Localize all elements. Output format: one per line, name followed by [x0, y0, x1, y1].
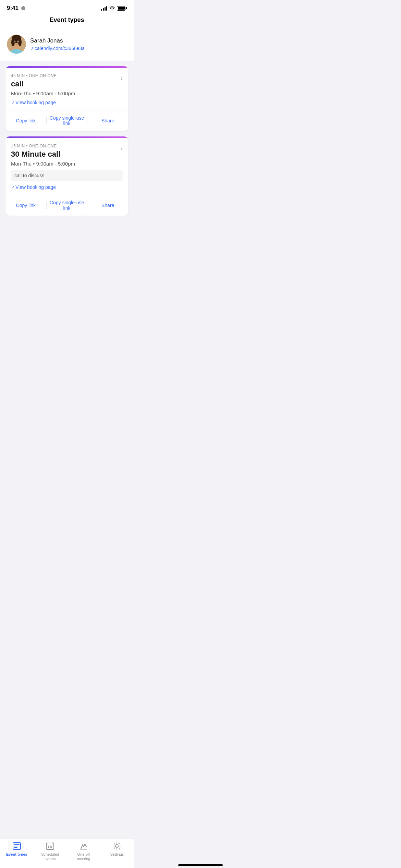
- status-time: 9:41: [7, 5, 19, 12]
- svg-point-10: [18, 41, 19, 42]
- profile-link[interactable]: ↗ calendly.com/c3666e3a: [30, 46, 85, 51]
- page-header: Event types: [0, 13, 134, 29]
- copy-single-use-btn-2[interactable]: Copy single-use link: [47, 195, 87, 216]
- page-title: Event types: [49, 16, 84, 23]
- booking-arrow-icon-2: ↗: [11, 185, 15, 190]
- event-title-row-2[interactable]: 15 MIN • ONE-ON-ONE 30 Minute call Mon-T…: [11, 144, 123, 170]
- event-meta-1: 45 MIN • ONE-ON-ONE: [11, 73, 75, 78]
- event-meta-2: 15 MIN • ONE-ON-ONE: [11, 144, 75, 148]
- svg-point-9: [14, 41, 15, 42]
- status-dot: [21, 6, 25, 10]
- event-description-2: call to discuss: [11, 170, 123, 181]
- link-arrow-icon: ↗: [30, 46, 34, 51]
- event-actions-2: Copy link Copy single-use link Share: [5, 195, 128, 216]
- copy-link-btn-1[interactable]: Copy link: [5, 113, 46, 128]
- view-booking-link-2[interactable]: ↗ View booking page: [11, 184, 123, 190]
- share-btn-2[interactable]: Share: [87, 198, 128, 213]
- event-schedule-1: Mon-Thu • 9:00am - 5:00pm: [11, 91, 75, 96]
- profile-url: calendly.com/c3666e3a: [35, 46, 85, 51]
- booking-arrow-icon-1: ↗: [11, 100, 15, 105]
- event-list: 45 MIN • ONE-ON-ONE call Mon-Thu • 9:00a…: [0, 61, 134, 250]
- profile-name: Sarah Jonas: [30, 37, 85, 44]
- event-card-body-2: 15 MIN • ONE-ON-ONE 30 Minute call Mon-T…: [5, 138, 128, 190]
- status-icons: [101, 6, 127, 11]
- svg-point-4: [11, 38, 15, 46]
- signal-bars-icon: [101, 6, 107, 11]
- event-actions-1: Copy link Copy single-use link Share: [5, 110, 128, 131]
- share-btn-1[interactable]: Share: [87, 113, 128, 128]
- svg-point-5: [18, 38, 22, 46]
- view-booking-link-1[interactable]: ↗ View booking page: [11, 100, 123, 105]
- avatar: [7, 35, 26, 54]
- wifi-icon: [109, 6, 115, 10]
- copy-link-btn-2[interactable]: Copy link: [5, 198, 46, 213]
- avatar-image: [7, 35, 26, 54]
- event-schedule-2: Mon-Thu • 9:00am - 5:00pm: [11, 161, 75, 167]
- event-card-body-1: 45 MIN • ONE-ON-ONE call Mon-Thu • 9:00a…: [5, 68, 128, 105]
- event-title-row-1[interactable]: 45 MIN • ONE-ON-ONE call Mon-Thu • 9:00a…: [11, 73, 123, 100]
- profile-section: Sarah Jonas ↗ calendly.com/c3666e3a: [0, 29, 134, 61]
- event-title-1: call: [11, 80, 75, 88]
- chevron-right-icon-1: ›: [121, 75, 123, 82]
- profile-info: Sarah Jonas ↗ calendly.com/c3666e3a: [30, 37, 85, 51]
- chevron-right-icon-2: ›: [121, 145, 123, 152]
- event-card-2: 15 MIN • ONE-ON-ONE 30 Minute call Mon-T…: [5, 136, 128, 216]
- battery-icon: [117, 6, 127, 11]
- event-card-1: 45 MIN • ONE-ON-ONE call Mon-Thu • 9:00a…: [5, 66, 128, 131]
- copy-single-use-btn-1[interactable]: Copy single-use link: [47, 110, 87, 131]
- status-bar: 9:41: [0, 0, 134, 13]
- event-title-2: 30 Minute call: [11, 150, 75, 159]
